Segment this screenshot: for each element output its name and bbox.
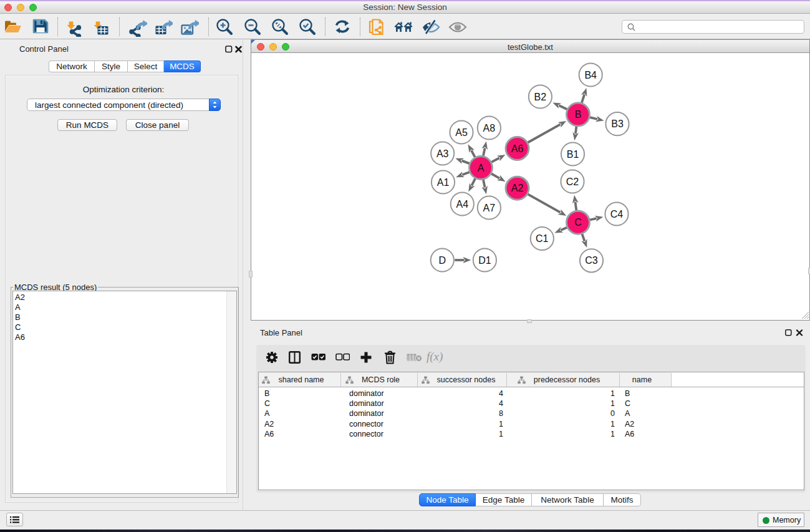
svg-text:A5: A5 bbox=[455, 127, 468, 138]
svg-text:A3: A3 bbox=[436, 148, 449, 159]
svg-text:C2: C2 bbox=[566, 177, 579, 187]
svg-text:A8: A8 bbox=[483, 123, 496, 133]
svg-text:B2: B2 bbox=[534, 92, 547, 102]
svg-text:A7: A7 bbox=[483, 203, 496, 213]
svg-text:B4: B4 bbox=[584, 70, 597, 80]
svg-text:C3: C3 bbox=[585, 255, 598, 266]
svg-text:C: C bbox=[574, 217, 582, 228]
svg-text:A1: A1 bbox=[437, 177, 450, 188]
svg-text:A4: A4 bbox=[456, 199, 469, 210]
svg-text:A: A bbox=[478, 163, 485, 173]
svg-text:C4: C4 bbox=[610, 209, 624, 220]
svg-text:A2: A2 bbox=[511, 183, 524, 193]
svg-text:B3: B3 bbox=[611, 118, 624, 129]
svg-text:B: B bbox=[575, 109, 582, 120]
svg-text:A6: A6 bbox=[511, 143, 524, 154]
svg-text:D1: D1 bbox=[478, 255, 491, 266]
svg-text:C1: C1 bbox=[536, 233, 549, 244]
svg-text:B1: B1 bbox=[567, 149, 579, 160]
svg-text:D: D bbox=[439, 255, 446, 266]
